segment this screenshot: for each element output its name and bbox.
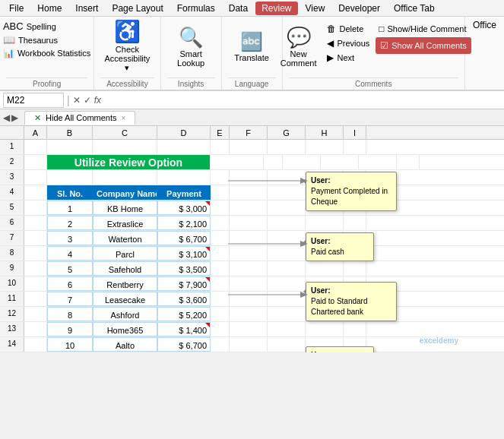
r10-payment[interactable]: $ 7,900 (157, 276, 211, 291)
header-company[interactable]: Company Name (93, 185, 157, 200)
next-comment-button[interactable]: ▶ Next (324, 52, 372, 64)
r4-g[interactable] (268, 185, 306, 200)
r14-a[interactable] (24, 337, 47, 352)
r1-f[interactable] (230, 140, 268, 154)
scroll-left-icon[interactable]: ◀ (3, 112, 10, 123)
r3-f[interactable] (230, 170, 268, 185)
r3-c[interactable] (93, 170, 157, 185)
r9-f[interactable] (230, 261, 268, 276)
r13-f[interactable] (230, 322, 268, 336)
thesaurus-button[interactable]: 📖 Thesaurus (0, 33, 94, 46)
menu-home[interactable]: Home (31, 2, 68, 15)
header-payment[interactable]: Payment (157, 185, 211, 200)
r1-a[interactable] (24, 140, 47, 154)
r13-company[interactable]: Home365 (93, 322, 157, 336)
r1-i[interactable] (344, 140, 366, 154)
r11-company[interactable]: Leasecake (93, 292, 157, 306)
r1-d[interactable] (157, 140, 211, 154)
menu-data[interactable]: Data (223, 2, 254, 15)
formula-input[interactable] (104, 94, 501, 106)
r13-g[interactable] (268, 322, 306, 336)
r12-company[interactable]: Ashford (93, 307, 157, 321)
menu-insert[interactable]: Insert (69, 2, 104, 15)
r13-h[interactable] (306, 322, 344, 336)
menu-view[interactable]: View (300, 2, 331, 15)
r13-a[interactable] (24, 322, 47, 336)
r12-payment[interactable]: $ 5,200 (157, 307, 211, 321)
header-slno[interactable]: Sl. No. (47, 185, 93, 200)
r6-payment[interactable]: $ 2,100 (157, 216, 211, 230)
menu-review[interactable]: Review (255, 2, 297, 15)
office-tab-label[interactable]: Office (473, 20, 496, 30)
r10-f[interactable] (230, 276, 268, 291)
r9-slno[interactable]: 5 (47, 261, 93, 276)
r14-f[interactable] (230, 337, 268, 352)
r1-g[interactable] (268, 140, 306, 154)
r4-e[interactable] (211, 185, 230, 200)
r7-a[interactable] (24, 231, 47, 245)
r1-c[interactable] (93, 140, 157, 154)
check-accessibility-button[interactable]: ♿ CheckAccessibility ▾ (100, 20, 154, 74)
r11-e[interactable] (211, 292, 230, 306)
r9-i[interactable] (344, 261, 366, 276)
r7-payment[interactable]: $ 6,700 (157, 231, 211, 245)
r11-payment[interactable]: $ 3,600 (157, 292, 211, 306)
scroll-right-icon[interactable]: ▶ (11, 112, 18, 123)
r12-e[interactable] (211, 307, 230, 321)
tab-close-icon[interactable]: × (122, 114, 126, 122)
r1-b[interactable] (47, 140, 93, 154)
formula-fx-icon[interactable]: fx (94, 95, 101, 106)
r7-company[interactable]: Waterton (93, 231, 157, 245)
r12-g[interactable] (268, 307, 306, 321)
workbook-stats-button[interactable]: 📊 Workbook Statistics (0, 47, 94, 59)
spelling-button[interactable]: ABC Spelling (0, 20, 94, 33)
r14-g[interactable] (268, 337, 306, 352)
title-cell[interactable]: Utilize Review Option (47, 155, 211, 169)
r12-f[interactable] (230, 307, 268, 321)
r9-g[interactable] (268, 261, 306, 276)
menu-formulas[interactable]: Formulas (171, 2, 221, 15)
r3-e[interactable] (211, 170, 230, 185)
r2-a[interactable] (24, 155, 47, 169)
r12-a[interactable] (24, 307, 47, 321)
r5-f[interactable] (230, 201, 268, 215)
r1-h[interactable] (306, 140, 344, 154)
r14-slno[interactable]: 10 (47, 337, 93, 352)
r7-slno[interactable]: 3 (47, 231, 93, 245)
r6-slno[interactable]: 2 (47, 216, 93, 230)
menu-developer[interactable]: Developer (332, 2, 386, 15)
r6-h[interactable] (306, 216, 344, 230)
menu-office-tab[interactable]: Office Tab (388, 2, 441, 15)
hide-all-comments-tab[interactable]: ✕ Hide All Comments × (24, 111, 135, 125)
r13-payment[interactable]: $ 1,400 (157, 322, 211, 336)
r6-i[interactable] (344, 216, 366, 230)
r3-a[interactable] (24, 170, 47, 185)
r11-f[interactable] (230, 292, 268, 306)
r6-company[interactable]: Extraslice (93, 216, 157, 230)
r10-e[interactable] (211, 276, 230, 291)
r14-company[interactable]: Aalto (93, 337, 157, 352)
r8-a[interactable] (24, 246, 47, 261)
r9-a[interactable] (24, 261, 47, 276)
r6-g[interactable] (268, 216, 306, 230)
r13-i[interactable] (344, 322, 366, 336)
r13-slno[interactable]: 9 (47, 322, 93, 336)
r2-e[interactable] (264, 155, 283, 169)
r2-f[interactable] (283, 155, 321, 169)
r2-d[interactable] (211, 155, 264, 169)
show-hide-comment-button[interactable]: □ Show/Hide Comment (376, 23, 471, 35)
r5-g[interactable] (268, 201, 306, 215)
r8-g[interactable] (268, 246, 306, 261)
menu-page-layout[interactable]: Page Layout (106, 2, 169, 15)
delete-comment-button[interactable]: 🗑 Delete (324, 23, 372, 35)
menu-file[interactable]: File (3, 2, 30, 15)
r6-a[interactable] (24, 216, 47, 230)
r6-f[interactable] (230, 216, 268, 230)
r5-a[interactable] (24, 201, 47, 215)
r2-h[interactable] (359, 155, 397, 169)
r12-slno[interactable]: 8 (47, 307, 93, 321)
r10-company[interactable]: Rentberry (93, 276, 157, 291)
r8-f[interactable] (230, 246, 268, 261)
smart-lookup-button[interactable]: 🔍 SmartLookup (173, 20, 209, 74)
r5-slno[interactable]: 1 (47, 201, 93, 215)
